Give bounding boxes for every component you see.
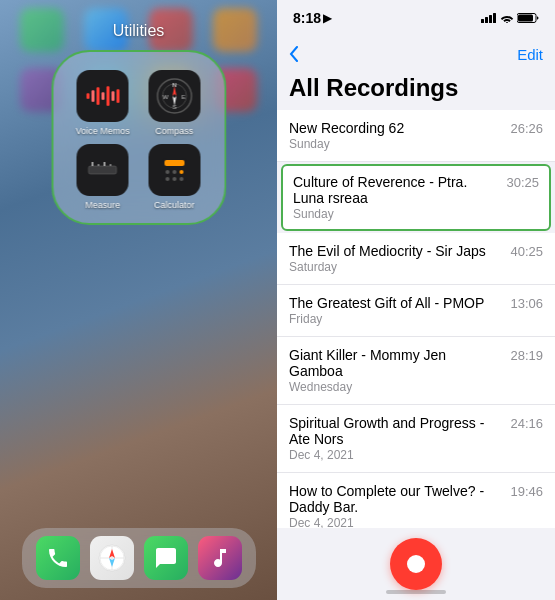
recording-date: Sunday xyxy=(289,137,543,151)
measure-app[interactable]: Measure xyxy=(71,144,135,210)
svg-rect-14 xyxy=(164,160,184,166)
dock-music[interactable] xyxy=(198,536,242,580)
voice-memos-app[interactable]: Voice Memos xyxy=(71,70,135,136)
navigation-bar: Edit xyxy=(277,36,555,72)
recording-item[interactable]: Culture of Reverence - Ptra. Luna rsreaa… xyxy=(281,164,551,231)
page-title: All Recordings xyxy=(277,72,555,110)
recording-duration: 13:06 xyxy=(510,296,543,311)
recording-item[interactable]: Giant Killer - Mommy Jen Gamboa 28:19 We… xyxy=(277,337,555,405)
recording-duration: 26:26 xyxy=(510,121,543,136)
recording-name: New Recording 62 xyxy=(289,120,502,136)
dock xyxy=(22,528,256,588)
recording-date: Dec 4, 2021 xyxy=(289,448,543,462)
dock-safari[interactable] xyxy=(90,536,134,580)
folder-grid: Voice Memos N E S W Compass xyxy=(51,50,226,225)
recording-name: Spiritual Growth and Progress - Ate Nors xyxy=(289,415,502,447)
dock-phone[interactable] xyxy=(36,536,80,580)
status-bar: 8:18 ▶ xyxy=(277,0,555,36)
battery-icon xyxy=(517,13,539,23)
recording-item[interactable]: The Greatest Gift of All - PMOP 13:06 Fr… xyxy=(277,285,555,337)
recording-item[interactable]: New Recording 62 26:26 Sunday xyxy=(277,110,555,162)
recording-date: Wednesday xyxy=(289,380,543,394)
svg-rect-28 xyxy=(485,17,488,23)
signal-bars-icon xyxy=(481,13,497,23)
recording-name: The Greatest Gift of All - PMOP xyxy=(289,295,502,311)
voice-memos-icon xyxy=(77,70,129,122)
wifi-icon xyxy=(500,13,514,23)
svg-rect-30 xyxy=(493,13,496,23)
recordings-list[interactable]: New Recording 62 26:26 Sunday Culture of… xyxy=(277,110,555,528)
svg-text:W: W xyxy=(162,94,168,100)
svg-point-19 xyxy=(172,177,176,181)
recording-item[interactable]: How to Complete our Twelve? - Daddy Bar.… xyxy=(277,473,555,528)
recording-duration: 19:46 xyxy=(510,484,543,499)
svg-point-16 xyxy=(172,170,176,174)
calculator-app[interactable]: Calculator xyxy=(143,144,207,210)
recording-date: Saturday xyxy=(289,260,543,274)
recording-duration: 40:25 xyxy=(510,244,543,259)
status-signal-icon: ▶ xyxy=(323,11,332,25)
compass-app[interactable]: N E S W Compass xyxy=(143,70,207,136)
status-time: 8:18 xyxy=(293,10,321,26)
svg-point-15 xyxy=(165,170,169,174)
svg-rect-29 xyxy=(489,15,492,23)
calculator-icon xyxy=(148,144,200,196)
dock-messages[interactable] xyxy=(144,536,188,580)
measure-icon xyxy=(77,144,129,196)
recording-name: How to Complete our Twelve? - Daddy Bar. xyxy=(289,483,502,515)
voice-memos-label: Voice Memos xyxy=(76,126,130,136)
recording-duration: 24:16 xyxy=(510,416,543,431)
svg-rect-33 xyxy=(518,15,533,22)
recording-name: Giant Killer - Mommy Jen Gamboa xyxy=(289,347,502,379)
svg-point-31 xyxy=(506,22,508,23)
svg-rect-8 xyxy=(89,166,117,174)
recording-name: The Evil of Mediocrity - Sir Japs xyxy=(289,243,502,259)
home-indicator xyxy=(386,590,446,594)
svg-text:E: E xyxy=(181,94,185,100)
home-screen: Utilities Voice Memos xyxy=(0,0,277,600)
compass-label: Compass xyxy=(155,126,193,136)
folder-title: Utilities xyxy=(0,22,277,40)
compass-icon: N E S W xyxy=(148,70,200,122)
voice-memos-screen: 8:18 ▶ Edit All Recordings New Recording… xyxy=(277,0,555,600)
svg-rect-27 xyxy=(481,19,484,23)
back-button[interactable] xyxy=(289,46,299,62)
svg-point-20 xyxy=(179,177,183,181)
svg-point-17 xyxy=(179,170,183,174)
recording-item[interactable]: Spiritual Growth and Progress - Ate Nors… xyxy=(277,405,555,473)
utilities-folder[interactable]: Voice Memos N E S W Compass xyxy=(51,50,226,225)
recording-name: Culture of Reverence - Ptra. Luna rsreaa xyxy=(293,174,498,206)
bottom-bar xyxy=(277,528,555,600)
record-button[interactable] xyxy=(390,538,442,590)
svg-point-18 xyxy=(165,177,169,181)
recording-date: Sunday xyxy=(293,207,539,221)
recording-date: Friday xyxy=(289,312,543,326)
svg-point-34 xyxy=(407,555,425,573)
record-icon xyxy=(405,553,427,575)
status-right-icons xyxy=(481,13,539,23)
measure-label: Measure xyxy=(85,200,120,210)
calculator-label: Calculator xyxy=(154,200,195,210)
edit-button[interactable]: Edit xyxy=(517,46,543,63)
recording-duration: 30:25 xyxy=(506,175,539,190)
recording-date: Dec 4, 2021 xyxy=(289,516,543,528)
recording-duration: 28:19 xyxy=(510,348,543,363)
waveform-graphic xyxy=(86,84,119,108)
recording-item[interactable]: The Evil of Mediocrity - Sir Japs 40:25 … xyxy=(277,233,555,285)
